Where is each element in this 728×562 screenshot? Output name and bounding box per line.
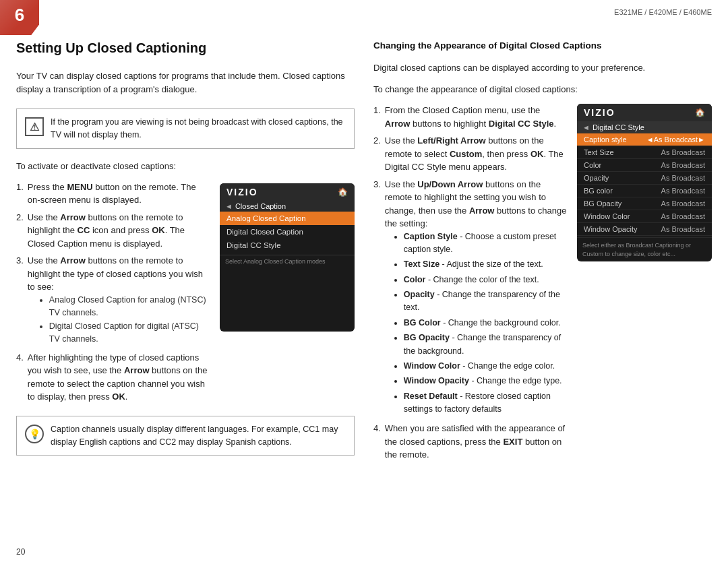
bullet-reset-default: Reset Default - Restore closed caption s… <box>404 390 568 416</box>
tv-screen-2: VIZIO 🏠 ◄ Digital CC Style Caption style… <box>577 104 712 261</box>
nav-left-arrow: ◄ <box>225 202 233 210</box>
step3-bullets: Analog Closed Caption for analog (NTSC) … <box>37 294 210 346</box>
tv2-row-2-label: Color <box>584 161 601 169</box>
step-1: 1. Press the MENU button on the remote. … <box>16 181 210 207</box>
steps-with-tv: 1. Press the MENU button on the remote. … <box>16 181 355 404</box>
bullet-color: Color - Change the color of the text. <box>404 274 568 286</box>
warning-icon: ⚠ <box>25 117 44 136</box>
tv2-row-6: Window Color As Broadcast <box>577 210 712 223</box>
right-steps-with-tv: 1. From the Closed Caption menu, use the… <box>373 104 712 462</box>
tv-menu-digital: Digital Closed Caption <box>220 225 355 239</box>
intro-text: Your TV can display closed captions for … <box>16 69 355 96</box>
right-step3-bullets: Caption Style - Choose a custom preset c… <box>392 230 568 416</box>
tv-header-1: VIZIO 🏠 <box>220 183 355 201</box>
page-badge-number: 6 <box>15 5 24 26</box>
page-badge: 6 <box>0 0 39 35</box>
tv-nav-label: Closed Caption <box>235 202 286 210</box>
bullet-opacity: Opacity - Change the transparency of the… <box>404 288 568 315</box>
tv2-nav-arrow: ◄ <box>582 123 590 131</box>
tip-icon: 💡 <box>25 425 44 443</box>
tv2-row-3: Opacity As Broadcast <box>577 172 712 185</box>
right-steps-text: 1. From the Closed Caption menu, use the… <box>373 104 568 462</box>
tv2-row-6-val: As Broadcast <box>661 212 705 220</box>
tv2-row-1: Text Size As Broadcast <box>577 146 712 159</box>
bullet-digital: Digital Closed Caption for digital (ATSC… <box>49 320 210 346</box>
tv2-row-3-val: As Broadcast <box>661 174 705 182</box>
tv2-row-0-label: Caption style <box>584 135 627 144</box>
bullet-window-opacity: Window Opacity - Change the edge type. <box>404 375 568 387</box>
tv2-row-7-label: Window Opacity <box>584 225 637 233</box>
tv2-row-2-val: As Broadcast <box>661 161 705 169</box>
bullet-text-size: Text Size - Adjust the size of the text. <box>404 258 568 271</box>
tv-nav-bar-1: ◄ Closed Caption <box>220 201 355 212</box>
page-number: 20 <box>16 547 25 557</box>
right-heading: Changing the Appearance of Digital Close… <box>373 40 712 51</box>
activate-heading: To activate or deactivate closed caption… <box>16 161 355 171</box>
right-column: Changing the Appearance of Digital Close… <box>373 40 712 549</box>
warning-text: If the program you are viewing is not be… <box>51 116 346 142</box>
right-step-2: 2. Use the Left/Right Arrow buttons on t… <box>373 134 568 174</box>
steps-text: 1. Press the MENU button on the remote. … <box>16 181 210 404</box>
step-3: 3. Use the Arrow buttons on the remote t… <box>16 254 210 347</box>
bullet-bg-opacity: BG Opacity - Change the transparency of … <box>404 332 568 358</box>
main-content: Setting Up Closed Captioning Your TV can… <box>16 40 712 549</box>
tv2-nav-bar: ◄ Digital CC Style <box>577 121 712 133</box>
right-step-1: 1. From the Closed Caption menu, use the… <box>373 104 568 130</box>
tv2-row-4-label: BG color <box>584 187 613 195</box>
bullet-window-color: Window Color - Change the edge color. <box>404 360 568 373</box>
tv-screen-1: VIZIO 🏠 ◄ Closed Caption Analog Closed C… <box>220 183 355 332</box>
tv-mockup-1: VIZIO 🏠 ◄ Closed Caption Analog Closed C… <box>220 181 355 334</box>
tv2-row-4: BG color As Broadcast <box>577 185 712 197</box>
tv2-row-3-label: Opacity <box>584 174 609 182</box>
tip-text: Caption channels usually display differe… <box>51 423 346 449</box>
tv2-header: VIZIO 🏠 <box>577 104 712 121</box>
tv-footer-1: Select Analog Closed Caption modes <box>220 255 355 268</box>
tv-mockup-2: VIZIO 🏠 ◄ Digital CC Style Caption style… <box>577 104 712 261</box>
left-column: Setting Up Closed Captioning Your TV can… <box>16 40 355 549</box>
tv2-row-6-label: Window Color <box>584 212 630 220</box>
model-number: E321ME / E420ME / E460ME <box>614 8 712 16</box>
tip-box: 💡 Caption channels usually display diffe… <box>16 416 355 456</box>
tv2-row-4-val: As Broadcast <box>661 187 705 195</box>
tv2-row-2: Color As Broadcast <box>577 159 712 172</box>
tv-menu-analog: Analog Closed Caption <box>220 212 355 225</box>
tv2-row-7: Window Opacity As Broadcast <box>577 223 712 236</box>
tv2-row-0-val: ◄As Broadcast► <box>646 135 705 144</box>
tv2-row-0: Caption style ◄As Broadcast► <box>577 133 712 146</box>
tv2-nav-label: Digital CC Style <box>593 123 644 131</box>
right-intro1: Digital closed captions can be displayed… <box>373 61 712 75</box>
tv2-row-7-val: As Broadcast <box>661 225 705 233</box>
tv2-row-5-label: BG Opacity <box>584 199 621 208</box>
tv2-logo: VIZIO <box>584 107 615 118</box>
step-4: 4. After highlighting the type of closed… <box>16 351 210 404</box>
tv-logo-1: VIZIO <box>226 187 258 197</box>
tv2-footer: Select either as Broadcast Captioning or… <box>577 237 712 261</box>
bullet-caption-style: Caption Style - Choose a custom preset c… <box>404 230 568 257</box>
tv2-wifi-icon: 🏠 <box>695 108 705 117</box>
tv2-row-5: BG Opacity As Broadcast <box>577 197 712 210</box>
right-step-4: 4. When you are satisfied with the appea… <box>373 422 568 462</box>
step-2: 2. Use the Arrow buttons on the remote t… <box>16 211 210 251</box>
bullet-analog: Analog Closed Caption for analog (NTSC) … <box>49 294 210 319</box>
bullet-bg-color: BG Color - Change the background color. <box>404 317 568 330</box>
steps-list: 1. Press the MENU button on the remote. … <box>16 181 210 404</box>
tv2-row-1-val: As Broadcast <box>661 148 705 156</box>
right-step-3: 3. Use the Up/Down Arrow buttons on the … <box>373 178 568 418</box>
tv2-row-5-val: As Broadcast <box>661 199 705 208</box>
tv-wifi-icon: 🏠 <box>338 187 348 197</box>
page-title: Setting Up Closed Captioning <box>16 40 355 56</box>
right-intro2: To change the appearance of digital clos… <box>373 83 712 96</box>
right-steps-list: 1. From the Closed Caption menu, use the… <box>373 104 568 462</box>
tv-menu-cc-style: Digital CC Style <box>220 239 355 252</box>
warning-box: ⚠ If the program you are viewing is not … <box>16 108 355 149</box>
tv2-row-1-label: Text Size <box>584 148 614 156</box>
